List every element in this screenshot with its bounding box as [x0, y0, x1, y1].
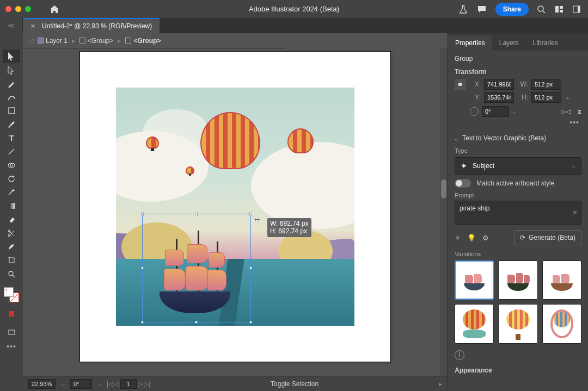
- flask-icon[interactable]: [460, 5, 469, 14]
- status-text: Toggle Selection: [156, 380, 433, 388]
- share-button[interactable]: Share: [495, 3, 529, 16]
- shape-builder-tool[interactable]: [3, 158, 20, 172]
- paintbrush-tool[interactable]: [3, 117, 20, 131]
- transform-heading: Transform: [455, 68, 581, 76]
- flip-horizontal-icon[interactable]: ▷◁: [561, 108, 571, 115]
- rectangle-tool[interactable]: [3, 104, 20, 117]
- artboad-navigation[interactable]: |◁◁ ▷▷|: [107, 379, 150, 389]
- document-tab-bar: ≪ ✕ Untitled-2* @ 22.93 % (RGB/Preview): [0, 18, 588, 33]
- variation-thumb-1[interactable]: [455, 260, 494, 300]
- rotate-icon: [470, 107, 479, 116]
- line-tool[interactable]: [3, 145, 20, 158]
- artboard[interactable]: W: 692.74 pxH: 692.74 px ⤢: [116, 88, 354, 326]
- clear-prompt-icon[interactable]: ✕: [572, 209, 578, 216]
- panel-toggle-icon[interactable]: [573, 5, 583, 13]
- svg-rect-20: [9, 330, 15, 334]
- artboard-pasteboard: W: 692.74 pxH: 692.74 px ⤢: [80, 52, 390, 362]
- flip-vertical-icon[interactable]: ⧗: [577, 108, 581, 115]
- breadcrumb-layer[interactable]: Layer 1: [46, 37, 68, 45]
- match-style-toggle[interactable]: [455, 179, 471, 188]
- style-picker-icon[interactable]: ✧: [455, 234, 461, 242]
- breadcrumb-group1[interactable]: <Group>: [88, 37, 113, 45]
- tab-layers[interactable]: Layers: [492, 35, 526, 51]
- zoom-tool[interactable]: [3, 267, 20, 281]
- arrange-icon[interactable]: [555, 5, 565, 13]
- home-icon[interactable]: [50, 5, 59, 13]
- app-title: Adobe Illustrator 2024 (Beta): [249, 5, 339, 13]
- svg-rect-2: [555, 6, 559, 13]
- toolbar-toggle[interactable]: ≪: [0, 18, 23, 33]
- document-tab[interactable]: ✕ Untitled-2* @ 22.93 % (RGB/Preview): [23, 18, 160, 33]
- type-dropdown[interactable]: ✦ Subject ⌵: [455, 157, 581, 175]
- idea-icon[interactable]: 💡: [467, 234, 476, 242]
- settings-gear-icon[interactable]: ⚙: [482, 234, 489, 242]
- transform-x[interactable]: [484, 79, 514, 90]
- document-tab-label: Untitled-2* @ 22.93 % (RGB/Preview): [42, 22, 152, 30]
- svg-point-18: [9, 271, 13, 276]
- type-tool[interactable]: T: [3, 131, 20, 145]
- fill-stroke-swatch[interactable]: ?: [4, 287, 19, 302]
- info-icon[interactable]: i: [455, 350, 464, 360]
- variation-thumb-2[interactable]: [498, 260, 537, 300]
- pen-tool[interactable]: [3, 77, 20, 90]
- scissors-tool[interactable]: [3, 226, 20, 240]
- chevron-down-icon: ⌵: [572, 162, 575, 170]
- eyedropper-tool[interactable]: [3, 185, 20, 199]
- screen-mode[interactable]: [3, 326, 20, 339]
- window-maximize[interactable]: [25, 6, 31, 12]
- svg-rect-3: [560, 6, 563, 9]
- curvature-tool[interactable]: [3, 90, 20, 104]
- breadcrumb-back[interactable]: ◁: [28, 37, 33, 45]
- transform-h[interactable]: [531, 92, 561, 103]
- canvas[interactable]: ◁ Layer 1 ▸ <Group> ▸ <Group>: [23, 33, 448, 391]
- vertical-scrollbar[interactable]: [440, 48, 448, 376]
- close-tab-icon[interactable]: ✕: [30, 23, 35, 30]
- window-close[interactable]: [5, 6, 11, 12]
- svg-line-1: [543, 11, 545, 13]
- variation-thumb-5[interactable]: [498, 304, 537, 343]
- direct-selection-tool[interactable]: [3, 63, 20, 77]
- svg-line-19: [13, 275, 15, 277]
- search-icon[interactable]: [537, 5, 547, 14]
- prompt-label: Prompt: [455, 192, 581, 198]
- transform-rotate[interactable]: [482, 106, 509, 117]
- breadcrumb-group2[interactable]: <Group>: [133, 37, 161, 45]
- gradient-tool[interactable]: [3, 199, 20, 213]
- text-to-vector-section[interactable]: ⌵ Text to Vector Graphic (Beta): [455, 134, 581, 142]
- tab-properties[interactable]: Properties: [448, 35, 492, 51]
- properties-panel: Properties Layers Libraries Group Transf…: [448, 33, 588, 391]
- rotate-tool[interactable]: [3, 172, 20, 185]
- measure-tooltip: W: 692.74 pxH: 692.74 px: [267, 218, 311, 237]
- transform-w[interactable]: [531, 79, 561, 90]
- variation-thumb-4[interactable]: [455, 304, 494, 343]
- eraser-tool[interactable]: [3, 213, 20, 226]
- svg-rect-8: [9, 108, 15, 114]
- lock-aspect-icon[interactable]: ⫠: [565, 94, 581, 101]
- rotate-view-input[interactable]: [70, 379, 92, 389]
- tools-panel: T ? •••: [0, 33, 23, 391]
- width-tool[interactable]: [3, 240, 20, 253]
- transform-more-icon[interactable]: •••: [569, 118, 579, 127]
- appearance-heading: Appearance: [455, 367, 581, 374]
- artboard-number[interactable]: [120, 379, 137, 389]
- svg-point-0: [538, 6, 543, 11]
- zoom-input[interactable]: [28, 379, 56, 389]
- artboard-tool[interactable]: [3, 253, 20, 267]
- variation-thumb-3[interactable]: [542, 260, 581, 300]
- edit-toolbar[interactable]: •••: [3, 339, 20, 353]
- comment-icon[interactable]: [477, 5, 487, 13]
- selection-box[interactable]: [142, 214, 251, 322]
- fill-mode[interactable]: [3, 307, 20, 320]
- variation-thumb-6[interactable]: [542, 304, 581, 343]
- transform-y[interactable]: [484, 92, 514, 103]
- generate-button[interactable]: ⟳ Generate (Beta): [514, 230, 581, 245]
- reference-point[interactable]: [455, 79, 465, 90]
- selection-tool[interactable]: [3, 49, 20, 63]
- svg-line-9: [9, 149, 14, 154]
- tab-libraries[interactable]: Libraries: [526, 35, 565, 51]
- sparkle-icon: ✦: [461, 162, 467, 170]
- prompt-input[interactable]: pirate ship ✕: [455, 201, 581, 225]
- status-bar: ⌵ ⌵ |◁◁ ▷▷| Toggle Selection ▸: [23, 376, 448, 391]
- refresh-icon: ⟳: [520, 234, 525, 241]
- window-minimize[interactable]: [15, 6, 21, 12]
